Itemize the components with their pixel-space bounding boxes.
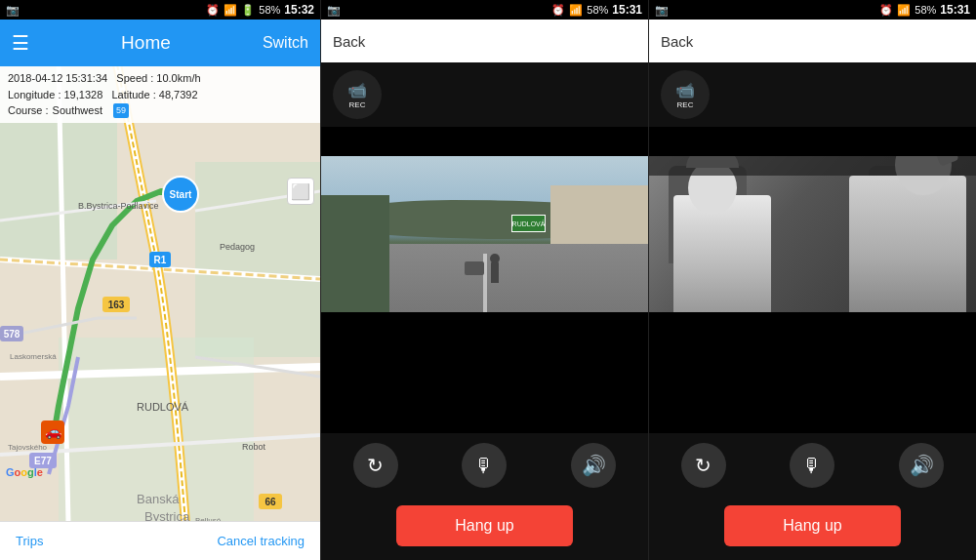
- latitude-value: 48,7392: [159, 89, 198, 100]
- video2-rec-button[interactable]: 📹 REC: [661, 70, 710, 119]
- video-panel-front: 📷 ⏰ 📶 58% 15:31 Back 📹 REC: [320, 0, 648, 560]
- video2-refresh-button[interactable]: ↻: [681, 443, 726, 488]
- video1-black-bottom: [321, 312, 648, 433]
- video2-black-bottom: [649, 312, 976, 433]
- speed-label: Speed :: [116, 72, 153, 84]
- datetime-row: 2018-04-12 15:31:34 Speed : 10.0km/h: [8, 70, 312, 87]
- video1-alarm-icon: ⏰: [551, 4, 565, 17]
- svg-text:R1: R1: [154, 255, 167, 265]
- video1-black-top: [321, 127, 648, 156]
- volume-icon: 🔊: [582, 454, 606, 477]
- map-area[interactable]: 163 E77 66 578 R1 B.Bystrica-Podlavice R…: [0, 66, 320, 521]
- longitude-value: 19,1328: [64, 89, 103, 100]
- camera-status-icon: 📷: [6, 4, 20, 17]
- video2-rec-camera-icon: 📹: [675, 81, 695, 100]
- video1-wifi-icon: 📶: [569, 4, 583, 17]
- video2-battery: 58%: [915, 4, 936, 16]
- mic-mute-icon: 🎙: [474, 455, 494, 477]
- video2-mic-mute-icon: 🎙: [802, 455, 822, 477]
- video1-topbar: Back: [321, 20, 648, 62]
- info-bar: 2018-04-12 15:31:34 Speed : 10.0km/h Lon…: [0, 66, 320, 123]
- svg-text:Tajovského: Tajovského: [8, 443, 48, 452]
- video2-volume-icon: 🔊: [910, 454, 934, 477]
- map-app-bar: ☰ Home Switch: [0, 20, 320, 66]
- longitude-label: Longitude :: [8, 89, 61, 100]
- video1-hang-up-button[interactable]: Hang up: [396, 505, 573, 546]
- video2-alarm-icon: ⏰: [879, 4, 893, 17]
- menu-icon[interactable]: ☰: [12, 31, 29, 55]
- svg-text:66: 66: [264, 497, 276, 507]
- google-logo: Google: [6, 466, 43, 478]
- course-label: Course :: [8, 102, 49, 119]
- svg-text:E77: E77: [34, 456, 52, 466]
- video1-hang-up-row: Hang up: [321, 498, 648, 560]
- video1-time: 15:31: [612, 3, 642, 17]
- alarm-icon: ⏰: [206, 4, 220, 17]
- video2-hang-up-button[interactable]: Hang up: [724, 505, 901, 546]
- course-row: Course : Southwest 59: [8, 102, 312, 119]
- svg-text:Laskomerská: Laskomerská: [10, 352, 57, 361]
- map-layer-icon[interactable]: ⬜: [287, 178, 314, 205]
- svg-text:B.Bystrica-Podlavice: B.Bystrica-Podlavice: [78, 201, 159, 211]
- video2-camera-icon: 📷: [655, 4, 669, 17]
- time-display: 15:32: [284, 3, 314, 17]
- video2-black-top: [649, 127, 976, 156]
- video2-controls: ↻ 🎙 🔊: [649, 433, 976, 498]
- video1-refresh-button[interactable]: ↻: [353, 443, 398, 488]
- video2-topbar: Back: [649, 20, 976, 62]
- svg-text:Pedagog: Pedagog: [220, 242, 255, 252]
- video2-rec-label: REC: [677, 100, 694, 109]
- video1-back-button[interactable]: Back: [333, 33, 365, 50]
- video1-volume-button[interactable]: 🔊: [571, 443, 616, 488]
- switch-button[interactable]: Switch: [263, 34, 308, 52]
- svg-text:Banská: Banská: [137, 492, 180, 506]
- rec-label: REC: [349, 100, 366, 109]
- video2-status-bar: 📷 ⏰ 📶 58% 15:31: [649, 0, 976, 20]
- coords-row: Longitude : 19,1328 Latitude : 48,7392: [8, 87, 312, 103]
- speed-value: 10.0km/h: [156, 72, 200, 84]
- video2-hang-up-row: Hang up: [649, 498, 976, 560]
- video2-time: 15:31: [940, 3, 970, 17]
- svg-text:RUDLOVÁ: RUDLOVÁ: [137, 401, 189, 413]
- latitude-label: Latitude :: [111, 89, 155, 100]
- rec-camera-icon: 📹: [347, 81, 367, 100]
- svg-text:🚗: 🚗: [45, 423, 62, 440]
- video2-refresh-icon: ↻: [695, 454, 712, 477]
- refresh-icon: ↻: [367, 454, 384, 477]
- course-value: Southwest: [53, 102, 102, 119]
- video1-camera-icon: 📷: [327, 4, 341, 17]
- svg-text:Bystrica: Bystrica: [144, 509, 190, 521]
- wifi-icon: 📶: [224, 4, 237, 17]
- battery-level: 58%: [259, 4, 280, 16]
- map-panel: 📷 ⏰ 📶 🔋 58% 15:32 ☰ Home Switch 2018-04-…: [0, 0, 320, 560]
- video2-back-button[interactable]: Back: [661, 33, 693, 50]
- speed-badge: 59: [113, 103, 129, 119]
- video2-volume-button[interactable]: 🔊: [899, 443, 944, 488]
- video1-battery: 58%: [587, 4, 608, 16]
- video1-status-bar: 📷 ⏰ 📶 58% 15:31: [321, 0, 648, 20]
- status-icons: ⏰ 📶 🔋 58% 15:32: [206, 3, 314, 17]
- svg-text:578: 578: [4, 329, 20, 340]
- video2-wifi-icon: 📶: [897, 4, 911, 17]
- svg-text:Start: Start: [170, 189, 192, 200]
- video2-feed: [649, 156, 976, 312]
- video1-mute-button[interactable]: 🎙: [462, 443, 507, 488]
- svg-text:163: 163: [108, 300, 125, 310]
- datetime-value: 2018-04-12 15:31:34: [8, 72, 107, 84]
- video1-rec-button[interactable]: 📹 REC: [333, 70, 382, 119]
- cancel-tracking-link[interactable]: Cancel tracking: [217, 534, 305, 548]
- video1-feed: RUDLOVÁ: [321, 156, 648, 312]
- battery-icon: 🔋: [241, 4, 255, 17]
- app-title: Home: [121, 32, 171, 54]
- video-panel-interior: 📷 ⏰ 📶 58% 15:31 Back 📹 REC: [648, 0, 976, 560]
- map-status-bar: 📷 ⏰ 📶 🔋 58% 15:32: [0, 0, 320, 20]
- map-bottom-bar: Trips Cancel tracking: [0, 521, 320, 560]
- video2-mute-button[interactable]: 🎙: [790, 443, 834, 488]
- trips-link[interactable]: Trips: [16, 534, 43, 548]
- svg-text:Robot: Robot: [242, 442, 266, 452]
- video1-controls: ↻ 🎙 🔊: [321, 433, 648, 498]
